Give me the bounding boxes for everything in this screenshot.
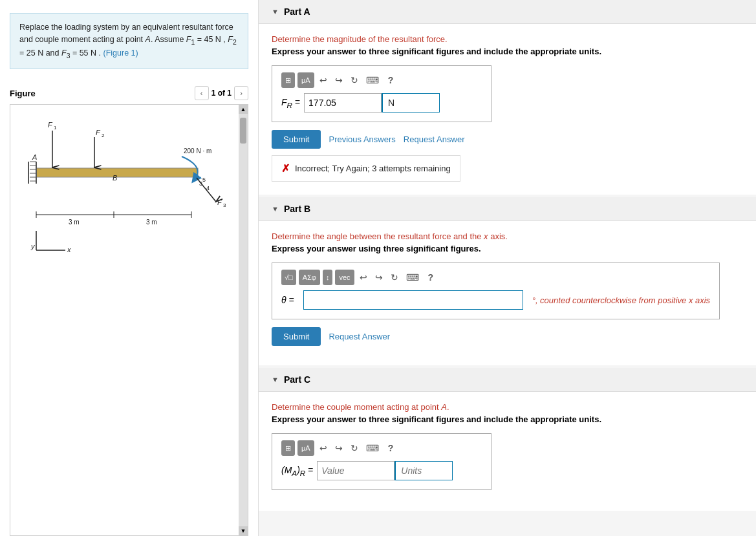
keyboard-button-c[interactable]: ⌨ [363,440,382,456]
scroll-up-arrow[interactable]: ▲ [239,105,248,114]
left-panel: Replace the loading system by an equival… [0,0,259,536]
part-a-section: ▼ Part A Determine the magnitude of the … [259,0,756,195]
part-a-content: Determine the magnitude of the resultant… [259,24,756,195]
vec-button-b[interactable]: vec [335,270,354,285]
greek-button-b[interactable]: ΑΣφ [299,270,320,285]
scrollbar[interactable]: ▲ ▼ [239,105,248,535]
part-a-input-row: FR = [281,93,482,113]
keyboard-button-b[interactable]: ⌨ [404,270,422,285]
svg-text:y: y [30,242,36,250]
part-a-request-answer-link[interactable]: Request Answer [404,134,465,144]
part-b-submit-button[interactable]: Submit [272,327,321,346]
part-a-arrow: ▼ [272,8,279,16]
part-c-math-container: ⊞ μA ↩ ↪ ↻ ⌨ ? (MA)R = [272,433,491,490]
arrows-button-b[interactable]: ↕ [323,270,333,285]
figure-link[interactable]: (Figure 1) [103,48,138,58]
part-b-header[interactable]: ▼ Part B [259,197,756,221]
svg-text:1: 1 [54,125,57,131]
refresh-button-c[interactable]: ↻ [348,440,361,456]
matrix-button-b[interactable]: √□ [281,270,296,285]
part-b-theta-input[interactable] [303,290,523,310]
undo-button-b[interactable]: ↩ [357,270,370,285]
part-c-section: ▼ Part C Determine the couple moment act… [259,368,756,511]
part-c-math-label: (MA)R = [281,465,313,477]
part-a-error-text: Incorrect; Try Again; 3 attempts remaini… [295,164,451,173]
part-a-units-input[interactable] [382,93,440,113]
part-c-arrow: ▼ [272,376,279,383]
help-button-a[interactable]: ? [384,72,398,88]
help-button-b[interactable]: ? [424,270,438,285]
figure-prev-button[interactable]: ‹ [195,86,209,100]
problem-statement: Replace the loading system by an equival… [10,13,248,69]
refresh-button-a[interactable]: ↻ [348,72,361,88]
part-a-submit-row: Submit Previous Answers Request Answer [272,130,743,149]
figure-page: 1 of 1 [211,89,232,98]
part-a-previous-answers-link[interactable]: Previous Answers [329,134,395,144]
redo-button-b[interactable]: ↪ [373,270,385,285]
part-c-label: Part C [284,374,310,385]
undo-button-c[interactable]: ↩ [317,440,330,456]
part-c-value-input[interactable] [317,461,394,480]
part-b-content: Determine the angle between the resultan… [259,221,756,365]
matrix-button-a[interactable]: ⊞ [281,72,295,88]
part-a-math-label: FR = [281,97,300,109]
part-c-subinstruction: Express your answer to three significant… [272,414,743,424]
undo-button-a[interactable]: ↩ [317,72,330,88]
svg-text:F: F [48,121,53,129]
figure-next-button[interactable]: › [234,86,248,100]
figure-header: Figure ‹ 1 of 1 › [10,82,248,104]
refresh-button-b[interactable]: ↻ [388,270,401,285]
svg-text:3: 3 [223,202,226,208]
part-a-error-box: ✗ Incorrect; Try Again; 3 attempts remai… [272,155,460,182]
figure-nav: ‹ 1 of 1 › [195,86,248,100]
part-b-toolbar: √□ ΑΣφ ↕ vec ↩ ↪ ↻ ⌨ ? [281,270,710,285]
scroll-down-arrow[interactable]: ▼ [239,526,248,535]
part-a-value-input[interactable] [304,93,382,113]
keyboard-button-a[interactable]: ⌨ [363,72,382,88]
scrollbar-thumb[interactable] [240,118,246,144]
part-b-request-answer-link[interactable]: Request Answer [329,332,390,341]
matrix-button-c[interactable]: ⊞ [281,440,295,456]
redo-button-a[interactable]: ↪ [332,72,345,88]
part-a-subinstruction: Express your answer to three significant… [272,47,743,56]
mu-button-c[interactable]: μA [297,440,314,456]
part-a-header[interactable]: ▼ Part A [259,0,756,24]
svg-text:x: x [67,246,71,253]
part-a-submit-button[interactable]: Submit [272,130,321,149]
part-a-instruction: Determine the magnitude of the resultant… [272,34,743,44]
part-b-units-label: °, counted counterclockwise from positiv… [532,295,710,305]
part-c-units-input[interactable] [394,461,453,480]
svg-text:3 m: 3 m [146,219,157,226]
part-c-input-row: (MA)R = [281,461,482,480]
svg-text:F: F [217,198,222,206]
help-button-c[interactable]: ? [384,440,398,456]
part-c-content: Determine the couple moment acting at po… [259,392,756,511]
svg-text:4: 4 [206,185,210,191]
svg-text:B: B [113,174,117,182]
figure-label: Figure [10,89,36,98]
part-c-instruction: Determine the couple moment acting at po… [272,402,743,412]
part-b-instruction: Determine the angle between the resultan… [272,231,743,241]
redo-button-c[interactable]: ↪ [332,440,345,456]
svg-text:2: 2 [102,133,105,138]
right-panel: ▼ Part A Determine the magnitude of the … [259,0,756,536]
figure-area: Figure ‹ 1 of 1 › ▲ ▼ [10,82,248,536]
svg-text:F: F [96,129,101,136]
part-b-math-label: θ = [281,295,294,305]
part-b-arrow: ▼ [272,205,279,213]
part-b-submit-row: Submit Request Answer [272,327,743,346]
part-b-label: Part B [284,204,310,214]
svg-text:A: A [32,153,37,161]
part-c-header[interactable]: ▼ Part C [259,368,756,392]
mu-button-a[interactable]: μA [297,72,314,88]
problem-text: Replace the loading system by an equival… [19,23,237,58]
svg-text:200 N · m: 200 N · m [184,147,211,155]
figure-canvas: ▲ ▼ A F [10,104,248,536]
error-icon: ✗ [281,162,290,175]
part-b-subinstruction: Express your answer using three signific… [272,244,743,253]
part-b-input-row: θ = °, counted counterclockwise from pos… [281,290,710,310]
part-b-math-container: √□ ΑΣφ ↕ vec ↩ ↪ ↻ ⌨ ? θ = °, counted co… [272,263,720,319]
part-c-toolbar: ⊞ μA ↩ ↪ ↻ ⌨ ? [281,440,482,456]
part-b-section: ▼ Part B Determine the angle between the… [259,197,756,365]
figure-svg: A F 1 F 2 B 200 N · m F 3 [17,111,246,253]
